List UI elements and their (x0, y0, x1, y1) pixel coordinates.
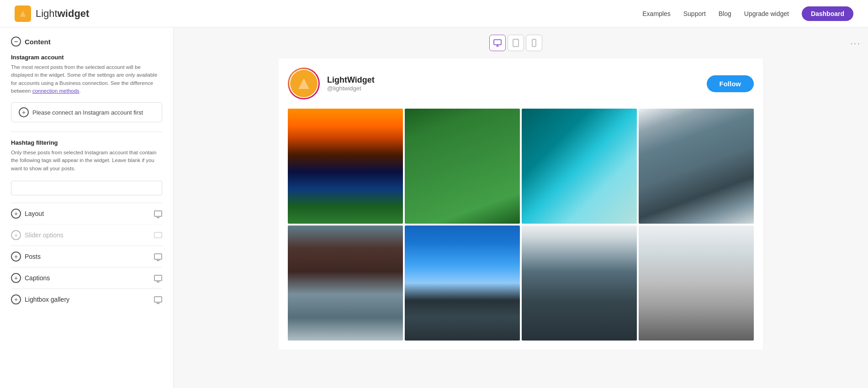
hashtag-input[interactable] (11, 181, 162, 195)
hashtag-desc: Only these posts from selected Instagram… (11, 149, 162, 173)
mobile-icon (532, 39, 536, 47)
lightbox-label: Lightbox gallery (25, 296, 69, 303)
posts-label: Posts (25, 253, 41, 260)
hashtag-section: Hashtag filtering Only these posts from … (11, 139, 162, 195)
connect-btn-label: Please connect an Instagram account firs… (32, 109, 143, 116)
lightbox-monitor-icon (154, 296, 162, 303)
photo-cell[interactable] (288, 225, 403, 341)
monitor-icon (493, 39, 502, 47)
follow-button[interactable]: Follow (707, 75, 754, 92)
sidebar: − Content Instagram account The most rec… (0, 27, 174, 388)
nav-examples[interactable]: Examples (642, 10, 670, 17)
device-switcher (489, 35, 542, 51)
logo-text: Lightwidget (36, 8, 89, 20)
captions-monitor-icon (154, 275, 162, 281)
hashtag-title: Hashtag filtering (11, 139, 162, 146)
profile-handle: @lightwidget (327, 85, 375, 92)
captions-expand-icon: + (11, 273, 21, 283)
nav-upgrade[interactable]: Upgrade widget (744, 10, 789, 17)
tablet-icon (513, 39, 519, 47)
svg-rect-5 (513, 39, 519, 47)
instagram-account-section: Instagram account The most recent posts … (11, 54, 162, 95)
connect-plus-icon: + (19, 107, 29, 117)
connect-instagram-button[interactable]: + Please connect an Instagram account fi… (11, 102, 162, 122)
slider-expand-icon: + (11, 230, 21, 240)
device-mobile-button[interactable] (526, 35, 542, 51)
more-options-button[interactable]: ··· (850, 38, 861, 48)
nav-support[interactable]: Support (683, 10, 706, 17)
avatar (290, 70, 318, 97)
device-tablet-button[interactable] (508, 35, 524, 51)
photo-cell[interactable] (522, 109, 637, 224)
profile-info: LightWidget @lightwidget (288, 68, 375, 100)
layout-label: Layout (25, 210, 44, 217)
posts-section-item[interactable]: + Posts (11, 246, 162, 267)
slider-label: Slider options (25, 231, 64, 239)
photo-cell[interactable] (405, 225, 520, 341)
lightbox-section-item[interactable]: + Lightbox gallery (11, 288, 162, 310)
preview-toolbar: ··· (181, 35, 861, 51)
photo-grid (288, 109, 754, 341)
instagram-account-desc: The most recent posts from the selected … (11, 63, 162, 95)
photo-cell[interactable] (639, 225, 754, 341)
content-section-header: − Content (11, 37, 162, 47)
connection-methods-link[interactable]: connection methods (32, 88, 79, 94)
device-desktop-button[interactable] (489, 35, 506, 51)
widget-preview: LightWidget @lightwidget Follow (279, 58, 763, 350)
instagram-account-title: Instagram account (11, 54, 162, 61)
layout-expand-icon: + (11, 209, 21, 219)
photo-cell[interactable] (288, 109, 403, 224)
avatar-ring (288, 68, 320, 100)
profile-name: LightWidget (327, 75, 375, 85)
layout-monitor-icon (154, 210, 162, 217)
svg-rect-2 (494, 40, 501, 45)
content-section-label: Content (25, 38, 51, 46)
slider-options-item[interactable]: + Slider options (11, 224, 162, 246)
preview-area: ··· LightWidget (174, 27, 868, 388)
profile-text: LightWidget @lightwidget (327, 75, 375, 92)
photo-cell[interactable] (522, 225, 637, 341)
captions-section-item[interactable]: + Captions (11, 267, 162, 288)
photo-cell[interactable] (405, 109, 520, 224)
captions-label: Captions (25, 274, 50, 282)
layout-section-item[interactable]: + Layout (11, 203, 162, 224)
photo-cell[interactable] (639, 109, 754, 224)
dashboard-button[interactable]: Dashboard (802, 6, 853, 21)
svg-rect-6 (532, 39, 536, 47)
main-layout: − Content Instagram account The most rec… (0, 27, 868, 388)
main-nav: Examples Support Blog Upgrade widget Das… (642, 6, 853, 21)
header: Lightwidget Examples Support Blog Upgrad… (0, 0, 868, 27)
posts-monitor-icon (154, 253, 162, 260)
posts-expand-icon: + (11, 252, 21, 262)
content-collapse-icon[interactable]: − (11, 37, 21, 47)
slider-tablet-icon (154, 232, 162, 238)
logo: Lightwidget (15, 5, 89, 22)
profile-header: LightWidget @lightwidget Follow (288, 68, 754, 100)
nav-blog[interactable]: Blog (719, 10, 731, 17)
sidebar-divider-1 (11, 131, 162, 132)
lightbox-expand-icon: + (11, 294, 21, 304)
logo-icon (15, 5, 31, 22)
